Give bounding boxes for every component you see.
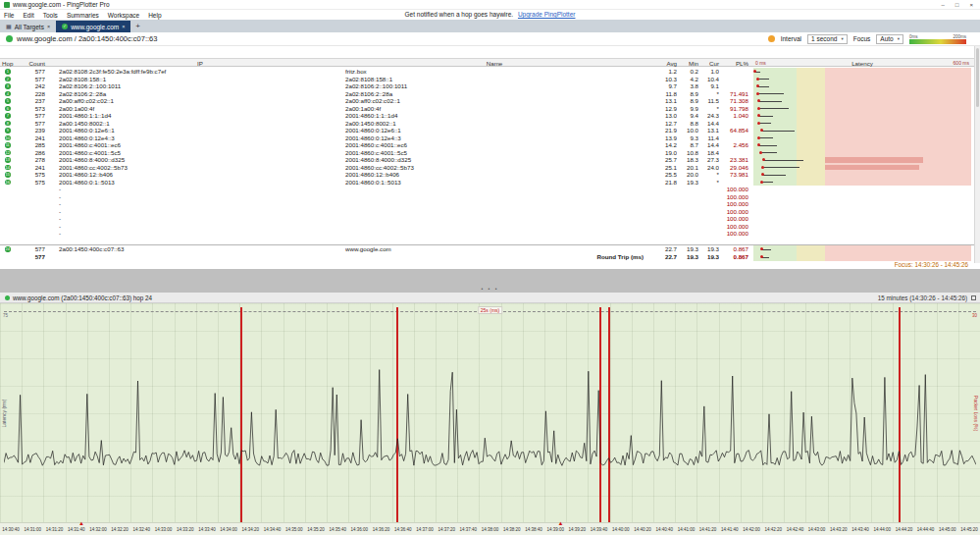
interval-select[interactable]: 1 second ▾: [807, 34, 848, 44]
packet-loss-pct: 0.867: [719, 253, 748, 261]
hop-row[interactable]: 132782001:4860:8:4000::d3252001:4860:8:4…: [0, 156, 980, 164]
time-tick-label: 14:40:00: [610, 527, 632, 532]
table-scrollbar[interactable]: [974, 46, 980, 263]
hop-name: 2001:4860:cc:4002::5b73: [345, 164, 644, 172]
hop-row[interactable]: -100.000: [0, 215, 980, 223]
scrollbar-thumb[interactable]: [976, 48, 979, 107]
hop-row[interactable]: 155752001:4860:12::b4062001:4860:12::b40…: [0, 171, 980, 179]
hop-row[interactable]: 102412001:4860:0:12e4::32001:4860:0:12e4…: [0, 134, 980, 142]
menu-item-file[interactable]: File: [4, 12, 14, 19]
alert-icon[interactable]: [768, 35, 775, 42]
latency-cell: [753, 134, 971, 142]
hop-number: 11: [2, 141, 18, 149]
hop-row[interactable]: 75772001:4860:1:1::1d42001:4860:1:1::1d4…: [0, 112, 980, 120]
min-latency: 8.8: [677, 120, 698, 128]
hop-row[interactable]: 65732a00:1a00:4f2a00:1a00:4f12.99.9*91.7…: [0, 105, 980, 113]
alert-marker-icon[interactable]: ▲: [78, 520, 84, 526]
close-tab-icon[interactable]: ×: [122, 24, 125, 29]
hop-number: [2, 193, 18, 201]
hop-row[interactable]: 25772a02:8108:158::12a02:8108:158::110.3…: [0, 76, 980, 83]
close-tab-icon[interactable]: ×: [47, 24, 50, 29]
latency-marker: [757, 136, 760, 139]
hop-row[interactable]: -100.000: [0, 193, 980, 201]
close-button[interactable]: ×: [969, 2, 973, 8]
round-trip-row[interactable]: 57722.719.319.30.867Round Trip (ms): [0, 253, 980, 261]
hop-row[interactable]: 165752001:4860:0:1::50132001:4860:0:1::5…: [0, 179, 980, 187]
hop-row[interactable]: -100.000: [0, 186, 980, 193]
packet-loss-bar: [825, 157, 923, 163]
latency-cell: [753, 105, 971, 113]
time-tick-label: 14:37:20: [436, 527, 457, 532]
hop-name: [345, 200, 644, 208]
hop-status-badge: 11: [5, 142, 11, 148]
latency-marker: [756, 78, 759, 80]
header-cur[interactable]: Cur: [698, 60, 719, 67]
hop-row[interactable]: 42282a02:8106:2::28a2a02:8106:2::28a11.8…: [0, 90, 980, 98]
pane-splitter[interactable]: • • •: [0, 269, 980, 293]
avg-latency: 22.7: [647, 245, 677, 253]
alert-marker-icon[interactable]: ▲: [557, 520, 563, 526]
hop-row[interactable]: 92392001:4860:0:12e6::12001:4860:0:12e6:…: [0, 127, 980, 134]
hop-row[interactable]: 142412001:4860:cc:4002::5b732001:4860:cc…: [0, 164, 980, 172]
hop-row[interactable]: 112852001:4860:c:4001::ec62001:4860:c:40…: [0, 141, 980, 149]
header-hop[interactable]: Hop: [2, 60, 18, 67]
interval-value: 1 second: [811, 35, 837, 42]
packet-loss-pct: 73.981: [719, 171, 748, 179]
new-tab-button[interactable]: +: [130, 21, 144, 32]
min-latency: 9.4: [677, 112, 698, 120]
packet-loss-pct: [719, 179, 748, 187]
target-up-icon: ✓: [62, 24, 68, 29]
menu-item-summaries[interactable]: Summaries: [67, 12, 99, 19]
time-tick-label: 14:31:20: [43, 527, 65, 532]
hop-row[interactable]: 85772a00:1450:8002::12a00:1450:8002::112…: [0, 120, 980, 128]
latency-axis-max: 75: [3, 313, 8, 318]
avg-latency: [647, 208, 677, 216]
latency-cell: [753, 149, 971, 157]
tab-www-google-com[interactable]: ✓ www.google.com ×: [56, 21, 130, 32]
hop-row[interactable]: -100.000: [0, 223, 980, 231]
timeline-graph[interactable]: 25s (ms) Latency (ms) Packet Loss (%) 75…: [0, 303, 980, 522]
avg-latency: 21.9: [647, 127, 677, 134]
sample-count: 577: [22, 112, 45, 120]
packet-loss-pct: [719, 149, 748, 157]
cur-latency: 24.3: [698, 112, 719, 120]
hop-row[interactable]: -100.000: [0, 208, 980, 216]
expand-icon[interactable]: [971, 295, 976, 300]
hop-row[interactable]: 32422a02:8106:2::100:10112a02:8106:2::10…: [0, 82, 980, 90]
avg-latency: [647, 215, 677, 223]
minimize-button[interactable]: –: [942, 2, 945, 8]
latency-range-whisker: [758, 145, 777, 146]
hop-name: 2a02:8106:2::28a: [345, 90, 644, 98]
menu-item-edit[interactable]: Edit: [23, 12, 33, 19]
sample-count: 228: [22, 90, 45, 98]
hop-row[interactable]: -100.000: [0, 200, 980, 208]
avg-latency: 13.0: [647, 112, 677, 120]
hop-row[interactable]: 15772a02:8108:2c3f:fe50:2e3a:fdff:fe9b:c…: [0, 68, 980, 76]
hop-row[interactable]: 52372a00:aff0:c02:c02::12a00:aff0:c02:c0…: [0, 97, 980, 105]
hop-ip: 2001:4860:cc:4002::5b73: [59, 164, 341, 172]
hop-row[interactable]: 122862001:4860:c:4001::5c52001:4860:c:40…: [0, 149, 980, 157]
time-tick-label: 14:39:20: [566, 527, 588, 532]
header-pl[interactable]: PL%: [719, 60, 748, 67]
menu-item-help[interactable]: Help: [148, 12, 161, 19]
latency-marker: [760, 247, 763, 250]
min-latency: 8.7: [677, 141, 698, 149]
header-count[interactable]: Count: [22, 60, 45, 67]
hop-ip: 2a00:1a00:4f: [59, 105, 341, 113]
focus-select[interactable]: Auto ▾: [876, 34, 903, 44]
destination-row[interactable]: 245772a00:1450:400c:c07::63www.google.co…: [0, 245, 980, 253]
header-name[interactable]: Name: [345, 60, 644, 67]
tab-all-targets[interactable]: ▦ All Targets ×: [0, 21, 56, 32]
header-avg[interactable]: Avg: [647, 60, 677, 67]
header-min[interactable]: Min: [677, 60, 698, 67]
menu-item-workspace[interactable]: Workspace: [108, 12, 139, 19]
maximize-button[interactable]: □: [955, 2, 959, 8]
min-latency: 19.3: [677, 245, 698, 253]
min-latency: 20.1: [677, 164, 698, 172]
hop-number: 16: [2, 179, 18, 187]
hop-row[interactable]: -100.000: [0, 230, 980, 238]
upgrade-link[interactable]: Upgrade PingPlotter: [518, 11, 576, 18]
menu-item-tools[interactable]: Tools: [43, 12, 58, 19]
time-tick-label: 14:32:40: [130, 527, 152, 532]
header-ip[interactable]: IP: [59, 60, 341, 67]
